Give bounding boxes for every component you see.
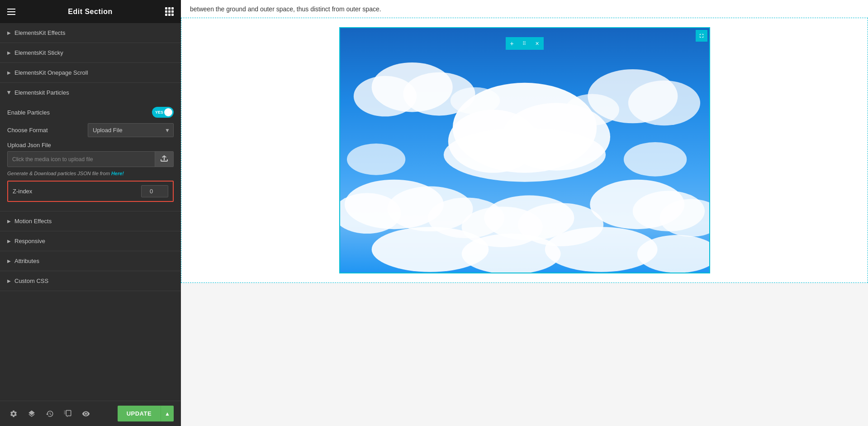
sidebar-item-elementskit-onepage-scroll[interactable]: ▶ ElementsKit Onepage Scroll xyxy=(0,63,181,82)
sidebar: Edit Section ▶ ElementsKit Effects ▶ Ele… xyxy=(0,0,181,426)
sidebar-item-elementskit-sticky[interactable]: ▶ ElementsKit Sticky xyxy=(0,43,181,62)
hamburger-icon[interactable] xyxy=(7,9,15,15)
chevron-right-icon: ▶ xyxy=(7,278,11,283)
accordion-motion-effects: ▶ Motion Effects xyxy=(0,211,181,231)
sidebar-content: ▶ ElementsKit Effects ▶ ElementsKit Stic… xyxy=(0,23,181,401)
section-label: ElementsKit Effects xyxy=(14,29,65,36)
choose-format-label: Choose Format xyxy=(7,127,48,134)
zindex-label: Z-index xyxy=(13,188,32,195)
expand-icon xyxy=(698,33,705,39)
accordion-elementskit-sticky: ▶ ElementsKit Sticky xyxy=(0,43,181,63)
section-label: Custom CSS xyxy=(14,278,48,284)
settings-icon[interactable] xyxy=(7,407,20,420)
chevron-right-icon: ▶ xyxy=(7,219,11,224)
toggle-yes-label: YES xyxy=(155,110,163,115)
format-select[interactable]: Upload File JSON Preset xyxy=(88,123,174,137)
chevron-right-icon: ▶ xyxy=(7,258,11,263)
chevron-right-icon: ▶ xyxy=(7,30,11,35)
sidebar-item-custom-css[interactable]: ▶ Custom CSS xyxy=(0,271,181,291)
upload-field: Click the media icon to upload file xyxy=(7,151,174,167)
section-label: Motion Effects xyxy=(14,218,52,225)
sidebar-item-attributes[interactable]: ▶ Attributes xyxy=(0,251,181,271)
svg-point-4 xyxy=(443,128,605,182)
accordion-attributes: ▶ Attributes xyxy=(0,251,181,271)
accordion-elementskit-onepage-scroll: ▶ ElementsKit Onepage Scroll xyxy=(0,63,181,83)
sidebar-item-responsive[interactable]: ▶ Responsive xyxy=(0,231,181,251)
upload-json-label: Upload Json File xyxy=(7,142,174,148)
enable-particles-label: Enable Particles xyxy=(7,109,50,116)
update-button[interactable]: UPDATE xyxy=(118,406,161,421)
add-section-button[interactable]: + xyxy=(506,37,518,50)
section-label: ElementsKit Onepage Scroll xyxy=(14,69,88,76)
section-label: Attributes xyxy=(14,258,39,264)
sidebar-item-elementskit-effects[interactable]: ▶ ElementsKit Effects xyxy=(0,23,181,43)
history-icon[interactable] xyxy=(43,407,56,420)
chevron-down-icon: ▶ xyxy=(7,91,12,95)
chevron-right-icon: ▶ xyxy=(7,50,11,55)
responsive-icon[interactable] xyxy=(62,407,74,420)
enable-particles-row: Enable Particles YES xyxy=(7,107,174,118)
section-toolbar: + ⠿ × xyxy=(506,37,544,50)
svg-point-26 xyxy=(623,142,686,177)
svg-point-24 xyxy=(565,94,619,126)
canvas-area: between the ground and outer space, thus… xyxy=(181,0,868,426)
sidebar-item-elementskit-particles[interactable]: ▶ Elementskit Particles xyxy=(0,83,181,102)
svg-point-25 xyxy=(450,87,499,115)
close-section-button[interactable]: × xyxy=(531,37,544,50)
zindex-row: Z-index xyxy=(7,181,174,202)
section-label: ElementsKit Sticky xyxy=(14,49,63,56)
sidebar-footer: UPDATE ▲ xyxy=(0,401,181,426)
accordion-elementskit-effects: ▶ ElementsKit Effects xyxy=(0,23,181,43)
page-title: Edit Section xyxy=(68,8,112,16)
enable-particles-toggle[interactable]: YES xyxy=(152,107,174,118)
accordion-custom-css: ▶ Custom CSS xyxy=(0,271,181,291)
canvas-section: + ⠿ × xyxy=(181,18,868,283)
update-dropdown-button[interactable]: ▲ xyxy=(161,406,174,421)
edit-corner-button[interactable] xyxy=(696,30,707,42)
choose-format-row: Choose Format Upload File JSON Preset ▼ xyxy=(7,123,174,137)
layers-icon[interactable] xyxy=(25,407,38,420)
particles-body: Enable Particles YES Choose Format Uploa… xyxy=(0,102,181,211)
apps-grid-icon[interactable] xyxy=(165,7,174,16)
accordion-responsive: ▶ Responsive xyxy=(0,231,181,251)
svg-point-9 xyxy=(628,81,700,126)
move-section-button[interactable]: ⠿ xyxy=(518,37,531,50)
eye-icon[interactable] xyxy=(80,407,92,420)
svg-point-27 xyxy=(346,144,405,175)
sidebar-header: Edit Section xyxy=(0,0,181,23)
format-select-wrapper: Upload File JSON Preset ▼ xyxy=(88,123,174,137)
zindex-input[interactable] xyxy=(141,185,168,197)
upload-icon xyxy=(161,155,168,162)
canvas-top-text: between the ground and outer space, thus… xyxy=(181,0,868,18)
sky-image-container xyxy=(339,27,710,273)
here-link[interactable]: Here! xyxy=(111,171,124,176)
section-label: Elementskit Particles xyxy=(14,89,69,96)
sky-image xyxy=(340,28,709,273)
sidebar-item-motion-effects[interactable]: ▶ Motion Effects xyxy=(0,211,181,231)
chevron-right-icon: ▶ xyxy=(7,70,11,75)
chevron-right-icon: ▶ xyxy=(7,239,11,244)
update-btn-group: UPDATE ▲ xyxy=(118,406,174,421)
upload-placeholder-text: Click the media icon to upload file xyxy=(8,153,155,166)
generate-link-text: Generate & Download particles JSON file … xyxy=(7,171,174,176)
upload-json-section: Upload Json File Click the media icon to… xyxy=(7,142,174,176)
upload-media-button[interactable] xyxy=(155,152,173,167)
section-label: Responsive xyxy=(14,238,45,244)
accordion-elementskit-particles: ▶ Elementskit Particles Enable Particles… xyxy=(0,83,181,211)
cloud-svg xyxy=(340,28,709,273)
